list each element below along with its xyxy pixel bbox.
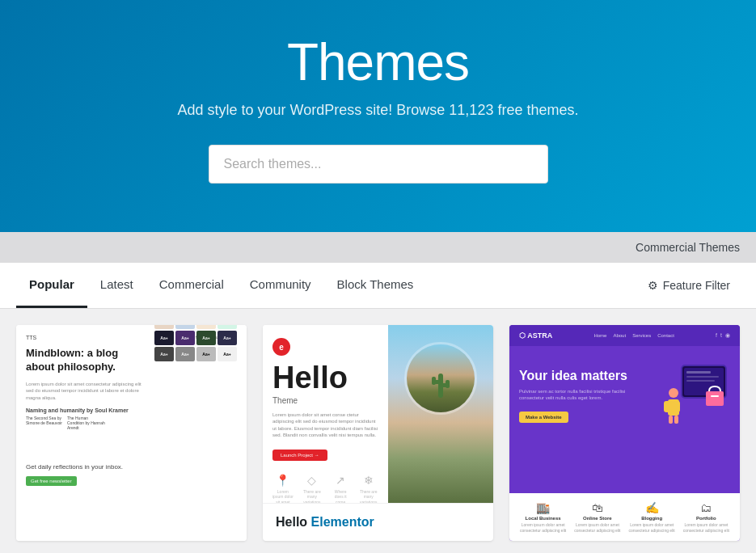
hello-icon-snowflake: ❄ There are many variations of Lorem ips… (359, 474, 378, 503)
svg-rect-17 (711, 395, 719, 397)
local-business-desc: Lorem ipsum dolor amet consectetur adipi… (516, 522, 570, 533)
hero-subtitle: Add style to your WordPress site! Browse… (16, 102, 740, 119)
tab-community[interactable]: Community (237, 263, 324, 308)
hello-right-image (388, 325, 493, 503)
swatch-6: Aa+ (175, 325, 195, 329)
tab-block-themes[interactable]: Block Themes (324, 263, 427, 308)
astra-feature-portfolio: 🗂 Portfolio Lorem ipsum dolor amet conse… (679, 501, 733, 533)
theme-preview-hello: e Hello Theme Lorem ipsum dolor sit amet… (263, 325, 493, 503)
hello-desc: Lorem ipsum dolor sit amet conse ctetur … (272, 412, 378, 439)
svg-rect-9 (686, 380, 715, 382)
search-input[interactable] (209, 145, 548, 184)
svg-rect-15 (674, 416, 678, 424)
hello-big-text: Hello (272, 362, 378, 393)
hello-launch-btn: Launch Project → (272, 450, 327, 461)
svg-rect-14 (669, 416, 673, 424)
theme-card-twenty-twenty-three[interactable]: TTS Home About Archives Mindblown: a blo… (16, 325, 247, 541)
swatch-7: Aa+ (196, 325, 216, 329)
astra-social-icons: f t ◉ (716, 332, 730, 339)
portfolio-desc: Lorem ipsum dolor amet consectetur adipi… (679, 522, 733, 533)
tt3-footer: Get daily reflections in your inbox. (26, 462, 146, 471)
swatch-16: Aa+ (218, 347, 237, 361)
tt3-article2: The Human Condition by Hannah Arendt (67, 416, 105, 430)
tt3-article1: The Second Sea by Simone de Beauvoir (26, 416, 64, 430)
tt3-sub1: Naming and humanity by Soul Kramer (26, 407, 146, 413)
astra-hero: Your idea matters Pulvinar sem ac tortor… (509, 346, 740, 445)
astra-headline: Your idea matters (519, 368, 657, 383)
astra-nav: Home About Services Contact (593, 333, 674, 338)
tab-latest[interactable]: Latest (87, 263, 146, 308)
swatch-14: Aa+ (175, 347, 195, 361)
commercial-themes-link[interactable]: Commercial Themes (636, 241, 740, 254)
location-icon: 📍 (272, 474, 294, 487)
feature-filter-button[interactable]: ⚙ Feature Filter (638, 272, 740, 298)
blogging-desc: Lorem ipsum dolor amet consectetur adipi… (625, 522, 679, 533)
astra-header: ⬡ ASTRA Home About Services Contact f t … (509, 325, 740, 346)
hello-circle-image (404, 342, 477, 415)
elementor-logo: e (272, 338, 290, 356)
hello-theme-label: Theme (272, 396, 378, 405)
astra-nav-about: About (613, 333, 626, 338)
tt3-article3 (108, 416, 146, 430)
swatch-12: Aa+ (218, 331, 237, 345)
astra-logo-text: ⬡ ASTRA (519, 331, 552, 340)
astra-features-row: 🏬 Local Business Lorem ipsum dolor amet … (509, 493, 740, 541)
tab-commercial[interactable]: Commercial (146, 263, 237, 308)
astra-hero-text: Your idea matters Pulvinar sem ac tortor… (519, 368, 657, 424)
theme-preview-astra: ⬡ ASTRA Home About Services Contact f t … (509, 325, 740, 541)
swatch-9: Aa+ (154, 331, 174, 345)
astra-social-tw: t (720, 332, 722, 339)
commercial-banner: Commercial Themes (0, 232, 756, 263)
cursor-icon: ↗ (331, 474, 351, 487)
astra-social-ig: ◉ (725, 332, 730, 339)
hello-icon-diamond: ◇ There are many variations of passages … (302, 474, 323, 503)
astra-feature-blogging: ✍ Blogging Lorem ipsum dolor amet consec… (625, 501, 679, 533)
portfolio-icon: 🗂 (679, 501, 733, 514)
hello-left-panel: e Hello Theme Lorem ipsum dolor sit amet… (263, 325, 388, 503)
online-store-desc: Lorem ipsum dolor amet consectetur adipi… (570, 522, 624, 533)
nav-tabs-section: Popular Latest Commercial Community Bloc… (0, 263, 756, 309)
local-business-icon: 🏬 (516, 501, 570, 514)
swatch-10: Aa+ (175, 331, 195, 345)
theme-card-astra[interactable]: ⬡ ASTRA Home About Services Contact f t … (509, 325, 740, 541)
swatch-8: Aa+ (218, 325, 237, 329)
swatch-15: Aa+ (196, 347, 216, 361)
themes-grid: TTS Home About Archives Mindblown: a blo… (0, 309, 756, 553)
svg-rect-7 (686, 371, 711, 374)
tt3-brand-text: TTS (26, 335, 36, 340)
astra-nav-services: Services (632, 333, 651, 338)
theme-card-hello-elementor[interactable]: e Hello Theme Lorem ipsum dolor sit amet… (263, 325, 493, 541)
swatch-13: Aa+ (154, 347, 174, 361)
blogging-label: Blogging (625, 516, 679, 521)
local-business-label: Local Business (516, 516, 570, 521)
online-store-icon: 🛍 (570, 501, 624, 514)
svg-point-10 (669, 388, 678, 398)
tt3-cta-button: Get free newsletter (26, 476, 77, 486)
hello-icons-row: 📍 Lorem ipsum dolor sit amet consectetur… (272, 474, 378, 503)
astra-nav-contact: Contact (657, 333, 674, 338)
tt3-description: Lorem ipsum dolor sit amet consectetur a… (26, 381, 146, 401)
astra-feature-online-store: 🛍 Online Store Lorem ipsum dolor amet co… (570, 501, 624, 533)
swatch-11: Aa+ (196, 331, 216, 345)
theme-preview-tt3: TTS Home About Archives Mindblown: a blo… (16, 325, 247, 541)
svg-rect-2 (432, 377, 436, 385)
nav-tabs: Popular Latest Commercial Community Bloc… (16, 263, 426, 308)
diamond-icon: ◇ (302, 474, 323, 487)
astra-illustration-svg (657, 359, 730, 432)
search-wrapper (209, 145, 548, 184)
hello-icon-location: 📍 Lorem ipsum dolor sit amet consectetur… (272, 474, 294, 503)
svg-rect-4 (446, 380, 450, 388)
swatch-5: Aa+ (154, 325, 174, 329)
page-title: Themes (16, 32, 740, 92)
feature-filter-label: Feature Filter (663, 279, 730, 292)
theme-name-hello: Hello Elementor (263, 503, 493, 541)
astra-hero-illustration (657, 359, 730, 432)
gear-icon: ⚙ (648, 279, 658, 292)
online-store-label: Online Store (570, 516, 624, 521)
astra-social-fb: f (716, 332, 717, 339)
cactus-svg (429, 365, 453, 402)
snowflake-icon: ❄ (359, 474, 378, 487)
hero-section: Themes Add style to your WordPress site!… (0, 0, 756, 232)
blogging-icon: ✍ (625, 501, 679, 514)
tab-popular[interactable]: Popular (16, 263, 87, 308)
